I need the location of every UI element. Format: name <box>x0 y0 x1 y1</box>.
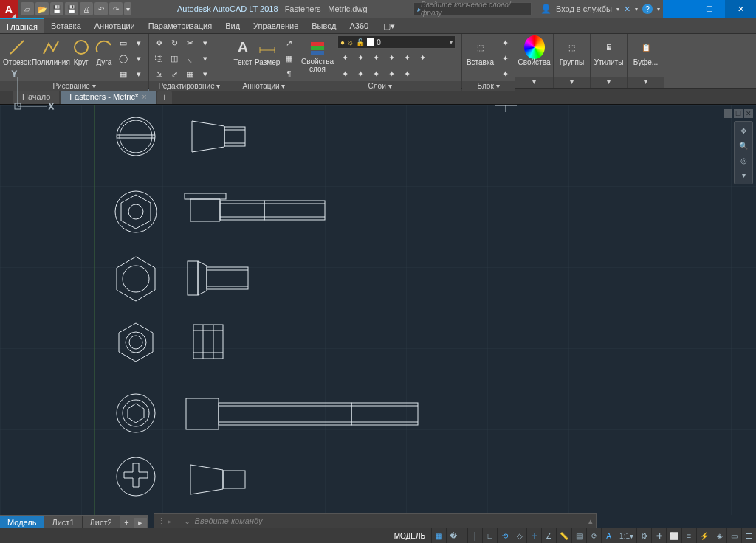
status-otrack-icon[interactable]: ∠ <box>541 528 556 543</box>
l6[interactable]: ✦ <box>415 50 430 65</box>
table-icon[interactable]: ▦ <box>281 51 296 66</box>
dd2[interactable]: ▾ <box>131 51 146 66</box>
copy-icon[interactable]: ⿻ <box>151 51 166 66</box>
layout-add[interactable]: + <box>120 518 134 527</box>
status-iso2-icon[interactable]: ◈ <box>712 528 726 543</box>
insert-button[interactable]: ⬚Вставка <box>464 35 496 66</box>
maximize-button[interactable]: ☐ <box>694 0 725 18</box>
layout-sheet2[interactable]: Лист2 <box>83 516 120 529</box>
status-scale[interactable]: 1:1 ▾ <box>616 528 636 543</box>
tab-insert[interactable]: Вставка <box>44 18 88 33</box>
qat-open-icon[interactable]: 📂 <box>35 2 49 15</box>
properties-button[interactable]: Свойства <box>518 35 551 66</box>
infocenter-search[interactable]: ▸ Введите ключевое слово/фразу <box>413 2 532 15</box>
status-snap-icon[interactable]: �⋯ <box>446 528 467 543</box>
layout-model[interactable]: Модель <box>0 516 44 529</box>
qat-more-icon[interactable]: ▾ <box>124 2 131 15</box>
tab-output[interactable]: Вывод <box>305 18 343 33</box>
l3[interactable]: ✦ <box>368 50 383 65</box>
status-qp-icon[interactable]: ≡ <box>681 528 696 543</box>
tab-view[interactable]: Вид <box>219 18 247 33</box>
tab-parametric[interactable]: Параметризация <box>142 18 219 33</box>
move-icon[interactable]: ✥ <box>151 35 166 50</box>
status-osnap-icon[interactable]: ✛ <box>526 528 541 543</box>
b2[interactable]: ✦ <box>498 51 512 66</box>
tab-a360[interactable]: A360 <box>343 18 376 33</box>
status-transp-icon[interactable]: ▤ <box>571 528 586 543</box>
signin-label[interactable]: Вход в службы <box>556 4 612 13</box>
layout-sheet1[interactable]: Лист1 <box>44 516 82 529</box>
qat-redo-icon[interactable]: ↷ <box>109 2 123 15</box>
fillet-icon[interactable]: ◟ <box>182 51 197 66</box>
close-button[interactable]: ✕ <box>725 0 756 18</box>
cmd-handle-icon[interactable]: ⋮ <box>157 516 163 526</box>
qat-undo-icon[interactable]: ↶ <box>94 2 108 15</box>
qat-saveas-icon[interactable]: 💾 <box>65 2 78 15</box>
status-iso-icon[interactable]: ◇ <box>512 528 526 543</box>
signin-icon[interactable]: 👤 <box>540 4 551 14</box>
status-model[interactable]: МОДЕЛЬ <box>388 528 431 543</box>
l5[interactable]: ✦ <box>399 50 414 65</box>
qat-save-icon[interactable]: 💾 <box>50 2 63 15</box>
tab-manage[interactable]: Управление <box>247 18 305 33</box>
cmd-recent-icon[interactable]: ⌄ <box>184 516 190 526</box>
minimize-button[interactable]: — <box>663 0 694 18</box>
drawing-canvas[interactable]: — ☐ ✕ ✥ 🔍 ◎ ▾ X Y <box>0 105 756 515</box>
status-annmon-icon[interactable]: ✚ <box>651 528 666 543</box>
exchange-icon[interactable]: ✕ <box>624 4 630 14</box>
layout-scroll[interactable]: ▸ <box>134 518 147 528</box>
utils-button[interactable]: 🖩Утилиты <box>593 35 625 66</box>
rect-icon[interactable]: ▭ <box>116 35 131 50</box>
qat-plot-icon[interactable]: 🖨 <box>80 2 93 15</box>
status-units-icon[interactable]: ⬜ <box>666 528 681 543</box>
ribbon-minimize-icon[interactable]: ▢▾ <box>377 18 402 33</box>
tab-home[interactable]: Главная <box>0 18 44 33</box>
rotate-icon[interactable]: ↻ <box>167 35 182 50</box>
svg-point-1 <box>75 41 88 54</box>
dd1[interactable]: ▾ <box>131 35 146 50</box>
status-hw-icon[interactable]: ⚡ <box>696 528 712 543</box>
status-cycle-icon[interactable]: ⟳ <box>586 528 601 543</box>
svg-text:X: X <box>49 103 54 111</box>
mirror-icon[interactable]: ◫ <box>167 51 182 66</box>
polyline-button[interactable]: Полилиния <box>33 35 69 66</box>
status-clean-icon[interactable]: ▭ <box>726 528 741 543</box>
ribbon-tabs: Главная Вставка Аннотации Параметризация… <box>0 18 756 34</box>
title-filename: Fasteners - Metric.dwg <box>285 4 368 13</box>
command-line[interactable]: ⋮ ▸_ ⌄ Введите команду ▴ <box>154 513 597 528</box>
l1[interactable]: ✦ <box>337 50 352 65</box>
tab-annotate[interactable]: Аннотации <box>88 18 142 33</box>
status-ortho-icon[interactable]: ∟ <box>482 528 497 543</box>
help-icon[interactable]: ? <box>642 4 653 14</box>
status-grid-icon[interactable]: ▦ <box>431 528 446 543</box>
cmd-expand-icon[interactable]: ▴ <box>588 516 593 526</box>
qat-new-icon[interactable]: ▱ <box>21 2 34 15</box>
groups-button[interactable]: ⬚Группы <box>556 35 588 66</box>
line-button[interactable]: Отрезок <box>2 35 32 66</box>
status-ws-icon[interactable]: ⚙ <box>636 528 651 543</box>
status-sep: │ <box>467 528 482 543</box>
status-ann-icon[interactable]: A <box>601 528 616 543</box>
leader-icon[interactable]: ↗ <box>281 35 296 50</box>
window-controls: — ☐ ✕ <box>663 0 756 18</box>
svg-rect-7 <box>311 51 324 55</box>
trim-icon[interactable]: ✂ <box>182 35 197 50</box>
l4[interactable]: ✦ <box>384 50 399 65</box>
app-logo[interactable]: A <box>0 0 18 18</box>
arc-button[interactable]: Дуга <box>94 35 114 66</box>
text-button[interactable]: AТекст <box>233 35 253 66</box>
layer-current-name: 0 <box>377 38 381 46</box>
status-custom-icon[interactable]: ☰ <box>741 528 756 543</box>
circle-button[interactable]: Круг <box>70 35 92 66</box>
clipboard-button[interactable]: 📋Буфе... <box>630 35 662 66</box>
layer-props-button[interactable]: Свойства слоя <box>300 35 334 73</box>
e1[interactable]: ▾ <box>198 35 213 50</box>
dimension-button[interactable]: Размер <box>255 35 280 66</box>
ellipse-icon[interactable]: ◯ <box>116 51 131 66</box>
l2[interactable]: ✦ <box>353 50 368 65</box>
layer-combo[interactable]: ● ☼ 🔓 0 ▾ <box>337 35 456 49</box>
e2[interactable]: ▾ <box>198 51 213 66</box>
status-polar-icon[interactable]: ⟲ <box>497 528 512 543</box>
status-lwt-icon[interactable]: 📏 <box>556 528 571 543</box>
b1[interactable]: ✦ <box>498 35 512 50</box>
